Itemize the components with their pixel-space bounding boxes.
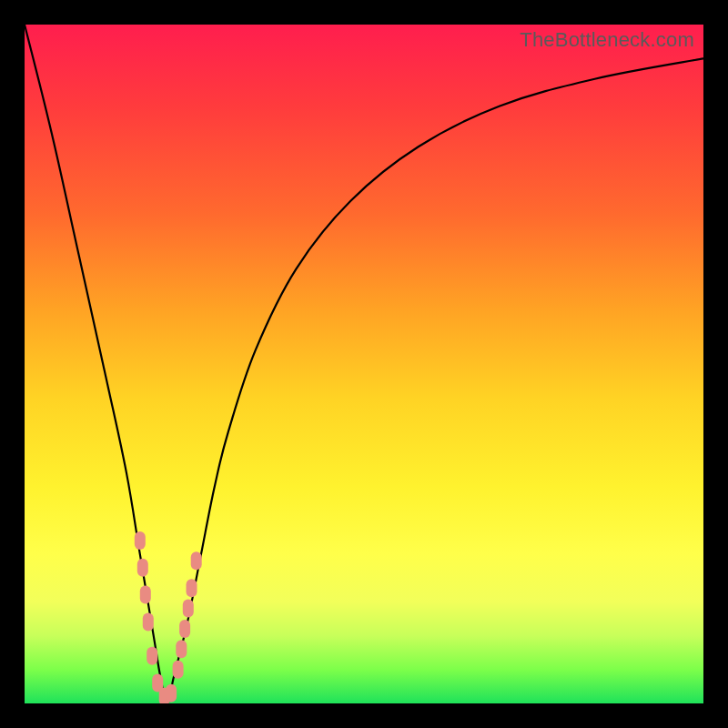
highlight-marker — [176, 640, 187, 658]
highlight-marker — [166, 684, 177, 703]
highlight-marker — [135, 531, 146, 550]
chart-frame: TheBottleneck.com — [0, 0, 728, 728]
highlight-marker — [187, 579, 197, 597]
bottleneck-curve — [25, 25, 703, 703]
highlight-marker — [179, 620, 190, 638]
curve-line — [25, 25, 703, 703]
highlight-markers — [135, 531, 202, 703]
highlight-marker — [191, 551, 202, 570]
highlight-marker — [183, 600, 194, 618]
highlight-marker — [147, 647, 157, 665]
highlight-marker — [137, 559, 148, 577]
highlight-marker — [143, 613, 154, 632]
highlight-marker — [173, 661, 184, 679]
plot-area: TheBottleneck.com — [25, 25, 703, 703]
highlight-marker — [140, 586, 151, 604]
